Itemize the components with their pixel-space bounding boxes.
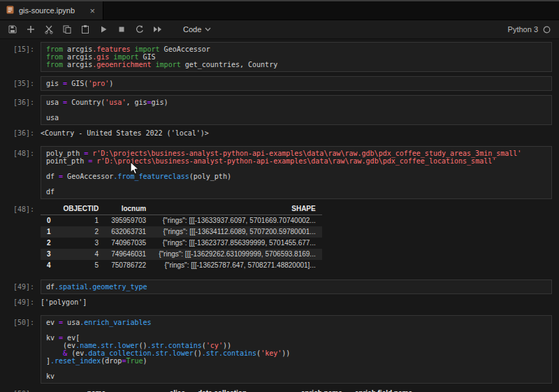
row-index: 2 <box>41 238 57 249</box>
cell-prompt: [49]: <box>0 298 41 307</box>
table-header-cell <box>41 388 57 392</box>
code-line: usa = Country('usa', gis=gis) <box>46 99 546 106</box>
code-editor[interactable]: ev = usa.enrich_variables kv = ev[ (ev.n… <box>41 315 552 384</box>
notebook-toolbar: Code Python 3 <box>0 20 559 39</box>
table-cell: {"rings": [[[-13625787.647, 5708271.4882… <box>152 260 322 271</box>
table-cell: 4 <box>57 249 106 260</box>
table-header-cell: SHAPE <box>152 203 322 215</box>
table-cell: 2 <box>57 226 106 238</box>
code-cell: [15]:from arcgis.features import GeoAcce… <box>0 42 559 72</box>
table-row: 12632063731{"rings": [[[-13634112.6089, … <box>41 226 322 238</box>
cell-prompt: [35]: <box>0 76 41 91</box>
restart-kernel-button[interactable] <box>133 23 147 36</box>
row-index: 1 <box>41 226 57 238</box>
kernel-status-icon <box>543 26 551 34</box>
table-cell: 5 <box>57 260 106 271</box>
code-line: ev = usa.enrich_variables <box>46 319 546 326</box>
row-index: 3 <box>41 249 57 260</box>
cell-prompt: [49]: <box>0 280 41 294</box>
copy-cells-button[interactable] <box>60 23 74 36</box>
table-header-cell: data collection <box>191 388 253 392</box>
cell-prompt: [15]: <box>0 42 41 72</box>
table-cell: 1 <box>57 215 106 227</box>
code-cell: [49]:df.spatial.geometry_type <box>0 280 559 294</box>
save-button[interactable] <box>6 23 20 36</box>
table-header-cell: OBJECTID <box>57 203 106 215</box>
code-cell: [48]:poly_pth = r'D:\projects\business-a… <box>0 146 559 199</box>
code-line: kv <box>46 372 546 380</box>
jupyterlab-window: { "tab_bar": { "tab_title": "gis-source.… <box>0 0 559 392</box>
tab-title: gis-source.ipynb <box>19 6 83 15</box>
table-row: 45750786722{"rings": [[[-13625787.647, 5… <box>41 260 322 271</box>
code-editor[interactable]: gis = GIS('pro') <box>41 76 552 91</box>
table-cell: {"rings": [[[-13629262.631099999, 570659… <box>152 249 322 260</box>
code-cell: [36]:usa = Country('usa', gis=gis) usa <box>0 95 559 125</box>
notebook-file-icon <box>6 6 14 15</box>
code-line: poly_pth = r'D:\projects\business-analys… <box>46 150 546 157</box>
output-cell: [36]:<Country - United States 2022 ('loc… <box>0 129 559 138</box>
table-cell: 3 <box>57 238 106 249</box>
table-cell: 740967035 <box>105 238 152 249</box>
cell-type-label: Code <box>183 25 201 34</box>
code-line: from arcgis.geoenrichment import get_cou… <box>46 61 546 68</box>
code-line: df.spatial.geometry_type <box>46 283 546 291</box>
tab-gis-source[interactable]: gis-source.ipynb × <box>0 1 103 20</box>
cut-cells-button[interactable] <box>42 23 56 36</box>
cell-prompt: [50]: <box>0 388 41 392</box>
code-line <box>46 106 546 114</box>
code-editor[interactable]: from arcgis.features import GeoAccessorf… <box>41 42 552 72</box>
code-line: from arcgis.gis import GIS <box>46 53 546 61</box>
run-button[interactable] <box>96 23 110 36</box>
code-line: gis = GIS('pro') <box>46 80 546 87</box>
table-header-cell: locnum <box>105 203 152 215</box>
cell-prompt: [48]: <box>0 203 41 271</box>
table-row: 34749646031{"rings": [[[-13629262.631099… <box>41 249 322 260</box>
output-text: ['polygon'] <box>41 298 87 307</box>
table-header-cell: alias <box>112 388 191 392</box>
kernel-name[interactable]: Python 3 <box>508 25 538 34</box>
code-cell: [35]:gis = GIS('pro') <box>0 76 559 91</box>
table-row: 01395959703{"rings": [[[-13633937.6097, … <box>41 215 322 227</box>
table-cell: {"rings": [[[-13623737.856399999, 570145… <box>152 238 322 249</box>
interrupt-kernel-button[interactable] <box>115 23 129 36</box>
output-table: OBJECTIDlocnumSHAPE01395959703{"rings": … <box>41 203 322 271</box>
tab-bar: gis-source.ipynb × <box>0 1 559 20</box>
code-line: from arcgis.features import GeoAccessor <box>46 45 546 53</box>
table-cell: 749646031 <box>105 249 152 260</box>
code-editor[interactable]: poly_pth = r'D:\projects\business-analys… <box>41 146 552 199</box>
code-line <box>46 165 546 173</box>
output-cell: [48]:OBJECTIDlocnumSHAPE01395959703{"rin… <box>0 203 559 271</box>
code-line: ].reset_index(drop=True) <box>46 357 546 365</box>
cell-prompt: [48]: <box>0 146 41 199</box>
notebook: [15]:from arcgis.features import GeoAcce… <box>0 39 559 392</box>
tab-close-icon[interactable]: × <box>88 6 96 15</box>
code-line <box>46 326 546 334</box>
cell-prompt: [36]: <box>0 129 41 138</box>
table-cell: 395959703 <box>105 215 152 227</box>
output-cell: [50]:namealiasdata collectionenrich name… <box>0 388 559 392</box>
paste-cells-button[interactable] <box>78 23 92 36</box>
restart-run-all-button[interactable] <box>151 23 165 36</box>
code-line: (ev.name.str.lower().str.contains('cy')) <box>46 342 546 349</box>
output-table: namealiasdata collectionenrich nameenric… <box>41 388 419 392</box>
table-row: 23740967035{"rings": [[[-13623737.856399… <box>41 238 322 249</box>
row-index: 0 <box>41 215 57 227</box>
code-line: df <box>46 188 546 196</box>
code-line <box>46 365 546 372</box>
code-line: usa <box>46 114 546 122</box>
chevron-down-icon <box>205 27 211 31</box>
table-header-cell: enrich field name <box>349 388 419 392</box>
table-header-cell: enrich name <box>253 388 349 392</box>
table-cell: 632063731 <box>105 226 152 238</box>
add-cell-button[interactable] <box>24 23 38 36</box>
table-header-cell: name <box>57 388 112 392</box>
code-editor[interactable]: df.spatial.geometry_type <box>41 280 552 294</box>
table-cell: {"rings": [[[-13634112.6089, 5707200.597… <box>152 226 322 238</box>
cell-type-dropdown[interactable]: Code <box>179 24 215 35</box>
cell-prompt: [36]: <box>0 95 41 125</box>
code-line: & (ev.data_collection.str.lower().str.co… <box>46 349 546 357</box>
output-cell: [49]:['polygon'] <box>0 298 559 307</box>
code-line: kv = ev[ <box>46 334 546 342</box>
code-editor[interactable]: usa = Country('usa', gis=gis) usa <box>41 95 552 125</box>
table-cell: 750786722 <box>105 260 152 271</box>
